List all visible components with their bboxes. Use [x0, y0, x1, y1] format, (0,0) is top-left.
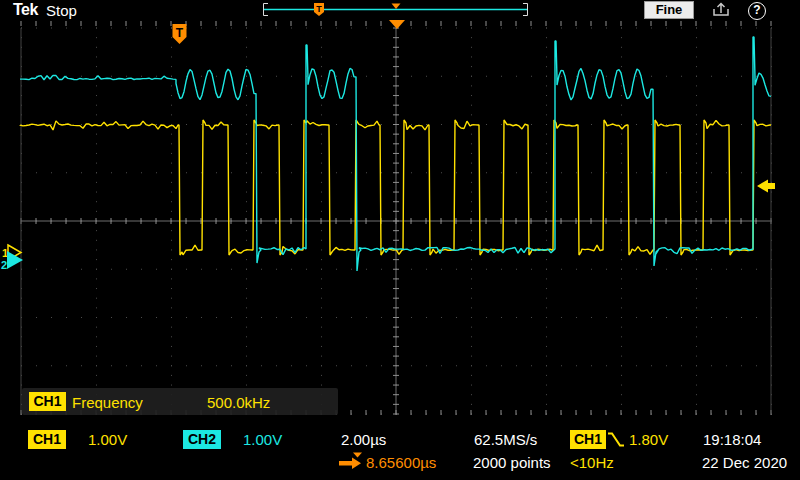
delay-readout: 8.65600µs: [366, 453, 436, 472]
oscilloscope-screen: T 1 2 Tek Stop T Fine: [0, 0, 800, 480]
record-length: 2000 points: [473, 453, 551, 472]
trigger-frequency: <10Hz: [570, 453, 614, 472]
delay-arrow-icon: [339, 453, 362, 470]
delay-arrow-svg: [0, 0, 800, 480]
date-readout: 22 Dec 2020: [702, 453, 787, 472]
